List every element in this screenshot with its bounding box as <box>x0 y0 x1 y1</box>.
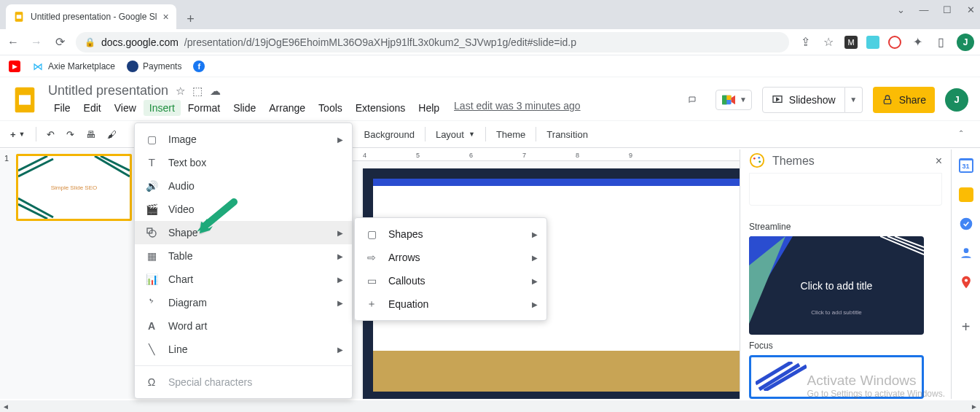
forward-icon[interactable]: → <box>29 36 44 49</box>
ext-red-icon[interactable] <box>888 36 901 49</box>
meet-button[interactable]: ▼ <box>716 90 752 110</box>
themes-panel: Themes × Streamline Click to add title C… <box>740 149 951 399</box>
new-tab-button[interactable]: + <box>181 9 201 29</box>
insert-diagram[interactable]: ᖮDiagram▶ <box>135 291 352 314</box>
bookmark-axie[interactable]: ⋈Axie Marketplace <box>32 61 115 72</box>
cloud-status-icon[interactable]: ☁ <box>210 85 221 98</box>
insert-table[interactable]: ▦Table▶ <box>135 244 352 268</box>
insert-special-chars[interactable]: ΩSpecial characters <box>135 370 352 394</box>
theme-button[interactable]: Theme <box>492 126 530 143</box>
menu-insert[interactable]: Insert <box>144 100 181 116</box>
maps-icon[interactable] <box>959 275 973 289</box>
ext-m-icon[interactable]: M <box>844 36 858 49</box>
move-document-icon[interactable]: ⬚ <box>192 85 203 98</box>
document-title[interactable]: Untitled presentation <box>48 83 168 98</box>
shape-equation[interactable]: ＋Equation▶ <box>355 292 546 316</box>
theme-streamline-label: Streamline <box>749 222 942 232</box>
tab-close-icon[interactable]: × <box>162 11 168 23</box>
add-on-plus-icon[interactable]: + <box>962 319 971 335</box>
video-icon: 🎬 <box>145 203 158 215</box>
account-avatar[interactable]: J <box>945 88 968 112</box>
browser-tab[interactable]: Untitled presentation - Google Sl × <box>6 4 176 29</box>
contacts-icon[interactable] <box>959 246 973 260</box>
star-document-icon[interactable]: ☆ <box>176 85 185 98</box>
svg-point-18 <box>750 154 764 167</box>
close-themes-icon[interactable]: × <box>936 155 942 168</box>
insert-shape[interactable]: Shape▶ <box>135 221 352 244</box>
back-icon[interactable]: ← <box>6 36 20 49</box>
ext-teal-icon[interactable] <box>866 36 879 49</box>
collapse-toolbar-icon[interactable]: ˆ <box>960 129 974 140</box>
keep-icon[interactable] <box>959 187 973 202</box>
themes-title: Themes <box>772 155 928 168</box>
menu-tools[interactable]: Tools <box>313 100 348 116</box>
reload-icon[interactable]: ⟳ <box>52 35 67 49</box>
bookmark-payments[interactable]: Payments <box>127 61 181 72</box>
bookmark-youtube[interactable]: ▶ <box>9 61 20 72</box>
omnibox[interactable]: 🔒 docs.google.com/presentation/d/19jOgE9… <box>76 32 789 53</box>
extensions-puzzle-icon[interactable]: ✦ <box>910 35 925 49</box>
scroll-right-icon[interactable]: ► <box>968 403 980 411</box>
svg-point-21 <box>758 160 761 163</box>
theme-streamline-thumb[interactable]: Click to add title Click to add subtitle <box>749 236 924 335</box>
menu-arrange[interactable]: Arrange <box>263 100 311 116</box>
share-page-icon[interactable]: ⇪ <box>798 35 812 49</box>
slide-thumbnail[interactable]: Simple Slide SEO <box>16 154 132 221</box>
insert-audio[interactable]: 🔊Audio <box>135 174 352 198</box>
horizontal-scrollbar[interactable]: ◄ ► <box>0 400 980 412</box>
side-panel-icon[interactable]: ▯ <box>933 35 948 49</box>
slides-logo[interactable] <box>12 84 38 116</box>
redo-button[interactable]: ↷ <box>62 126 79 143</box>
new-slide-button[interactable]: +▼ <box>6 126 30 143</box>
menu-file[interactable]: File <box>48 100 77 116</box>
comments-button[interactable] <box>679 87 705 113</box>
tasks-icon[interactable] <box>959 217 973 231</box>
transition-button[interactable]: Transition <box>542 126 592 143</box>
insert-line[interactable]: ╲Line▶ <box>135 338 352 361</box>
shape-submenu: ▢Shapes▶ ⇨Arrows▶ ▭Callouts▶ ＋Equation▶ <box>354 217 547 321</box>
menubar: File Edit View Insert Format Slide Arran… <box>48 100 581 116</box>
share-button[interactable]: Share <box>873 87 935 113</box>
slideshow-button[interactable]: Slideshow <box>762 87 845 113</box>
star-icon[interactable]: ☆ <box>821 35 836 49</box>
slideshow-caret[interactable]: ▼ <box>845 87 863 113</box>
insert-menu-popup: ▢Image▶ 𝖳Text box 🔊Audio 🎬Video Shape▶ ▦… <box>134 123 353 399</box>
menu-help[interactable]: Help <box>412 100 445 116</box>
close-window-icon[interactable]: ✕ <box>965 4 976 15</box>
menu-edit[interactable]: Edit <box>78 100 107 116</box>
menu-slide[interactable]: Slide <box>227 100 262 116</box>
shape-shapes[interactable]: ▢Shapes▶ <box>355 222 546 246</box>
menu-format[interactable]: Format <box>182 100 226 116</box>
menu-extensions[interactable]: Extensions <box>350 100 411 116</box>
insert-chart[interactable]: 📊Chart▶ <box>135 268 352 291</box>
maximize-icon[interactable]: ☐ <box>942 4 952 15</box>
paint-format-button[interactable]: 🖌 <box>103 126 121 143</box>
menu-view[interactable]: View <box>109 100 142 116</box>
slides-favicon <box>13 11 25 23</box>
chevron-down-icon[interactable]: ⌄ <box>895 4 906 15</box>
scroll-left-icon[interactable]: ◄ <box>0 403 12 411</box>
bookmarks-bar: ▶ ⋈Axie Marketplace Payments f <box>0 55 980 77</box>
insert-textbox[interactable]: 𝖳Text box <box>135 151 352 174</box>
layout-button[interactable]: Layout▼ <box>431 126 479 143</box>
svg-line-15 <box>737 173 740 209</box>
url-domain: docs.google.com <box>101 36 179 48</box>
profile-avatar[interactable]: J <box>957 34 974 51</box>
facebook-icon: f <box>193 61 205 72</box>
calendar-icon[interactable]: 31 <box>959 158 973 173</box>
last-edit-link[interactable]: Last edit was 3 minutes ago <box>454 100 581 116</box>
minimize-icon[interactable]: — <box>919 4 929 15</box>
undo-button[interactable]: ↶ <box>42 126 59 143</box>
insert-video[interactable]: 🎬Video <box>135 198 352 221</box>
insert-wordart[interactable]: AWord art <box>135 314 352 338</box>
bookmark-facebook[interactable]: f <box>193 61 205 72</box>
insert-image[interactable]: ▢Image▶ <box>135 128 352 151</box>
image-icon: ▢ <box>145 133 158 145</box>
shape-callouts[interactable]: ▭Callouts▶ <box>355 269 546 292</box>
svg-point-31 <box>963 248 968 253</box>
theme-focus-thumb[interactable] <box>749 355 924 399</box>
print-button[interactable]: 🖶 <box>82 126 100 143</box>
background-button[interactable]: Background <box>360 126 419 143</box>
payments-icon <box>127 61 138 72</box>
shape-arrows[interactable]: ⇨Arrows▶ <box>355 246 546 269</box>
